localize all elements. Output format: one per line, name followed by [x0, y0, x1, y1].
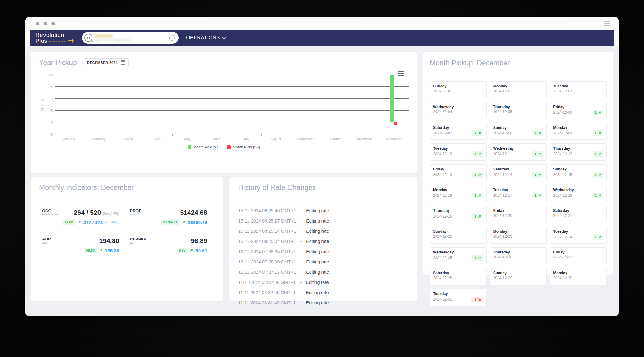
window-control-dot[interactable]	[51, 22, 55, 25]
day-row: 2024-12-091↗	[553, 130, 603, 136]
top-navbar: Revolution Plus FRANCO GRASSO Dolomiti S…	[30, 30, 614, 46]
day-name: Thursday	[493, 105, 543, 109]
property-search-input[interactable]: Dolomiti San Vito di Cadore (BL) i	[82, 32, 179, 44]
history-timestamp: 11-11-2024 08:31:49 GMT+1	[238, 300, 296, 305]
day-cell-2024-12-28[interactable]: Saturday2024-12-28	[430, 268, 487, 285]
chart-legend: Month Pickup (+)Month Pickup (-)	[39, 145, 409, 149]
indicator-delta-badge: 17.00	[62, 219, 75, 225]
day-row: 2024-12-27	[553, 255, 603, 259]
day-date: 2024-12-04	[433, 110, 452, 114]
day-cell-2024-12-07[interactable]: Saturday2024-12-072↗	[430, 123, 487, 140]
day-cell-2024-12-19[interactable]: Thursday2024-12-191↗	[430, 206, 487, 223]
day-cell-2024-12-04[interactable]: Wednesday2024-12-04	[430, 102, 487, 119]
trend-up-icon: ↗	[478, 214, 481, 218]
pickup-badge-positive: 1↗	[472, 193, 483, 198]
day-cell-2024-12-21[interactable]: Saturday2024-12-21	[550, 206, 607, 223]
indicator-label-group: PRODEUR	[130, 209, 142, 216]
day-row: 2024-12-072↗	[433, 130, 483, 136]
day-row: 2024-12-28	[433, 276, 483, 280]
trend-up-icon: ↗	[598, 193, 601, 198]
day-date: 2024-12-24	[553, 235, 572, 239]
day-cell-2024-12-30[interactable]: Monday2024-12-30	[550, 268, 607, 285]
day-cell-2024-12-01[interactable]: Sunday2024-12-01	[430, 81, 487, 98]
pickup-badge-positive: 1↗	[593, 130, 603, 136]
history-action: Editing rate	[306, 208, 329, 213]
day-name: Thursday	[553, 146, 603, 151]
day-cell-2024-12-08[interactable]: Sunday2024-12-082↗	[490, 123, 547, 140]
day-cell-2024-12-17[interactable]: Tuesday2024-12-171↗	[490, 185, 547, 202]
trend-up-icon: ↗	[78, 220, 81, 224]
day-cell-2024-12-22[interactable]: Sunday2024-12-22	[430, 227, 487, 244]
x-axis-label: December	[379, 137, 409, 141]
browser-menu-icon[interactable]	[604, 21, 610, 26]
bar-month-pickup-positive[interactable]	[390, 75, 394, 122]
day-cell-2024-12-03[interactable]: Tuesday2024-12-03	[550, 81, 607, 98]
operations-menu[interactable]: OPERATIONS	[186, 35, 225, 41]
history-timestamp: 12-11-2024 07:37:17 GMT+1	[238, 270, 296, 275]
y-tick-label: 20	[49, 73, 53, 77]
window-control-dot[interactable]	[36, 22, 39, 25]
day-cell-2024-12-02[interactable]: Monday2024-12-02	[490, 81, 547, 98]
day-row: 2024-12-29	[493, 276, 543, 280]
day-row: 2024-12-062↗	[553, 110, 603, 115]
day-cell-2024-12-11[interactable]: Wednesday2024-12-111↗	[490, 143, 547, 161]
day-cell-2024-12-15[interactable]: Sunday2024-12-151↗	[550, 164, 607, 181]
pickup-value: 1	[534, 152, 536, 156]
window-control-dot[interactable]	[44, 22, 47, 25]
day-row: 2024-12-241↗	[553, 234, 603, 240]
indicator-comparison-row: 17755.19↗33669.49	[130, 219, 207, 225]
day-date: 2024-12-29	[493, 276, 512, 280]
history-timestamp: 15-11-2024 09:25:04 GMT+1	[238, 239, 296, 244]
trend-up-icon: ↗	[478, 152, 481, 156]
trend-down-icon: ↘	[478, 297, 481, 302]
day-cell-2024-12-27[interactable]: Friday2024-12-27	[550, 247, 607, 264]
history-separator: -	[300, 229, 302, 234]
day-cell-2024-12-12[interactable]: Thursday2024-12-121↗	[550, 143, 607, 161]
indicator-previous-value: 90.51	[195, 248, 207, 253]
x-axis-label: June	[202, 137, 231, 141]
day-cell-2024-12-18[interactable]: Wednesday2024-12-182↗	[550, 185, 607, 202]
x-axis-label: October	[320, 137, 350, 141]
x-axis-label: April	[143, 137, 172, 141]
trend-up-icon: ↗	[598, 235, 601, 239]
bar-month-pickup-negative[interactable]	[394, 122, 397, 125]
history-timestamp: 15-11-2024 09:25:40 GMT+1	[238, 208, 296, 213]
day-cell-2024-12-24[interactable]: Tuesday2024-12-241↗	[550, 227, 607, 244]
day-cell-2024-12-09[interactable]: Monday2024-12-091↗	[550, 123, 607, 140]
day-name: Sunday	[433, 84, 483, 88]
day-cell-2024-12-13[interactable]: Friday2024-12-131↗	[430, 164, 487, 181]
history-entry: 12-11-2024 07:38:00 GMT+1-Editing rate	[238, 258, 407, 266]
day-cell-2024-12-20[interactable]: Friday2024-12-20	[490, 206, 547, 223]
indicator-previous-value: 136.30	[105, 248, 119, 253]
day-cell-2024-12-25[interactable]: Wednesday2024-12-251↗	[430, 247, 487, 264]
info-icon[interactable]: i	[169, 35, 175, 41]
window-controls[interactable]	[36, 22, 55, 25]
indicator-prod: PRODEUR51424.6817755.19↗33669.49	[127, 208, 215, 232]
day-date: 2024-12-11	[493, 152, 512, 156]
day-name: Wednesday	[493, 146, 543, 151]
trend-up-icon: ↗	[538, 152, 541, 156]
day-cell-2024-12-31[interactable]: Tuesday2024-12-31-1↘	[430, 289, 487, 306]
day-row: 2024-12-121↗	[553, 151, 603, 157]
day-cell-2024-12-26[interactable]: Thursday2024-12-26	[490, 247, 547, 264]
day-cell-2024-12-29[interactable]: Sunday2024-12-29	[490, 268, 547, 285]
indicator-comparison-row: 58.50↗136.30	[42, 248, 119, 253]
pickup-value: 2	[595, 111, 597, 114]
day-cell-2024-12-05[interactable]: Thursday2024-12-05	[490, 102, 547, 119]
history-timestamp: 15-11-2024 09:25:27 GMT+1	[238, 218, 296, 223]
indicator-label-group: ADREUR	[42, 237, 51, 244]
day-cell-2024-12-14[interactable]: Saturday2024-12-141↗	[490, 164, 547, 181]
month-selector[interactable]: DECEMBER 2024	[84, 58, 129, 67]
day-name: Friday	[433, 167, 483, 171]
brand-grid-icon	[68, 39, 74, 43]
day-row: 2024-12-251↗	[433, 255, 483, 261]
day-cell-2024-12-06[interactable]: Friday2024-12-062↗	[550, 102, 607, 119]
brand-logo[interactable]: Revolution Plus FRANCO GRASSO	[35, 32, 74, 44]
day-name: Tuesday	[433, 146, 483, 151]
indicator-comparison-row: 8.38↗90.51	[130, 248, 207, 253]
indicator-label: OCC	[42, 209, 59, 213]
chart-x-axis: JanuaryFebruaryMarchAprilMayJuneJulyAugu…	[55, 137, 409, 141]
day-cell-2024-12-23[interactable]: Monday2024-12-23	[490, 227, 547, 244]
day-cell-2024-12-16[interactable]: Monday2024-12-161↗	[430, 185, 487, 202]
day-cell-2024-12-10[interactable]: Tuesday2024-12-101↗	[430, 143, 487, 161]
